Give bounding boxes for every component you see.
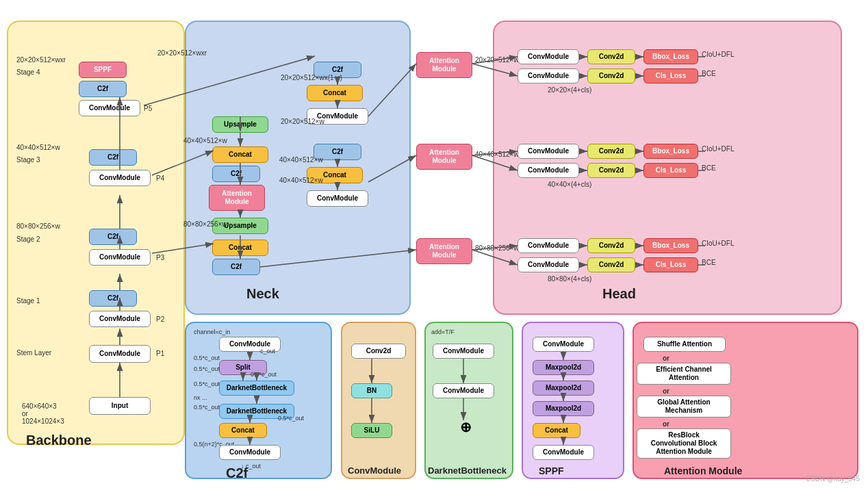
- node-convmodule-head-m1: ConvModule: [518, 144, 579, 159]
- label-20x20-4cls: 20×20×(4+cls): [548, 86, 591, 94]
- node-convmodule-neck-r2: ConvModule: [307, 190, 368, 207]
- node-am-detail-resblock: ResBlockConvolutional BlockAttention Mod…: [637, 428, 731, 459]
- node-am-detail-eca: Efficient ChannelAttention: [637, 363, 731, 385]
- label-80x80: 80×80×256×w: [16, 222, 60, 230]
- node-c2f-detail-concat: Concat: [219, 423, 267, 438]
- node-c2f-stage1: C2f: [89, 290, 137, 307]
- node-attention-neck1: AttentionModule: [209, 185, 265, 211]
- node-darknet-detail-convmodule2: ConvModule: [433, 383, 494, 398]
- node-attention-head2: AttentionModule: [416, 144, 472, 170]
- node-c2f-neck2: C2f: [212, 259, 260, 275]
- label-40x40: 40×40×512×w: [16, 144, 60, 151]
- label-ciou-m: CIoU+DFL: [702, 145, 735, 153]
- label-20x20-512: 20×20×512×wxr: [16, 56, 66, 64]
- diagram-container: Backbone Neck Head C2f ConvModule Darkne…: [0, 0, 868, 488]
- label-neck-80x80: 80×80×256×w: [183, 220, 227, 228]
- darknet-add-symbol: ⊕: [460, 419, 472, 435]
- node-sppf-detail-maxpool3: Maxpool2d: [533, 401, 594, 416]
- node-bbox-loss-t: Bbox_Loss: [643, 49, 698, 64]
- node-darknet-detail-convmodule1: ConvModule: [433, 344, 494, 359]
- node-input: Input: [89, 397, 151, 415]
- label-80x80-4cls: 80×80×(4+cls): [548, 275, 591, 283]
- label-input-size: 640×640×3or1024×1024×3: [22, 402, 64, 425]
- sppf-title: SPPF: [539, 465, 564, 476]
- node-convmodule-p5: ConvModule: [79, 100, 140, 116]
- label-c2f-05cout1: 0.5*c_out: [194, 355, 220, 361]
- label-p1: P1: [156, 350, 164, 357]
- node-conv2d-head-m1: Conv2d: [587, 144, 635, 159]
- label-stage2: Stage 2: [16, 235, 40, 243]
- label-ciou-b: CIoU+DFL: [702, 240, 735, 247]
- label-stage1: Stage 1: [16, 297, 40, 305]
- node-concat-neck-r1: Concat: [307, 85, 363, 101]
- label-c2f-05cout2: 0.5*c_out: [194, 365, 220, 372]
- label-head-mid: 40×40×512×w: [475, 151, 519, 158]
- label-c2f-05cout3: 0.5*c_out: [251, 371, 277, 378]
- node-concat1: Concat: [212, 146, 268, 163]
- watermark: CSDN @kay_545: [806, 475, 860, 483]
- node-am-detail-shuffle: Shuffle Attention: [643, 337, 726, 352]
- node-sppf-detail-convmodule1: ConvModule: [533, 337, 594, 352]
- node-cls-loss-m: Cls_Loss: [643, 163, 698, 178]
- node-sppf-detail-maxpool2: Maxpool2d: [533, 381, 594, 396]
- node-c2f-detail-convmodule2: ConvModule: [219, 445, 281, 460]
- node-upsample1: Upsample: [212, 116, 268, 133]
- label-40x40-4cls: 40×40×(4+cls): [548, 181, 591, 188]
- node-c2f-detail-darknet1: DarknetBottleneck: [219, 381, 294, 396]
- label-neck-r1-top: 20×20×512×wx(1+r): [281, 74, 342, 81]
- node-conv2d-head-b1: Conv2d: [587, 238, 635, 253]
- label-p5: P5: [144, 105, 152, 112]
- head-title: Head: [602, 286, 636, 302]
- label-am-or2: or: [663, 387, 669, 395]
- node-convmodule-head-t2: ConvModule: [518, 68, 579, 84]
- node-bbox-loss-b: Bbox_Loss: [643, 238, 698, 253]
- node-convmodule-p4: ConvModule: [89, 170, 151, 186]
- node-cm-detail-conv2d: Conv2d: [351, 344, 406, 359]
- backbone-title: Backbone: [26, 433, 92, 448]
- label-bce-b: BCE: [702, 259, 716, 266]
- node-sppf-detail-maxpool1: Maxpool2d: [533, 360, 594, 375]
- label-stem-layer: Stem Layer: [16, 349, 51, 357]
- darknet-title: DarknetBottleneck: [428, 465, 507, 476]
- label-c2f-cout1: c_out: [260, 348, 275, 355]
- node-sppf-detail-concat: Concat: [533, 423, 580, 438]
- label-neck-r2-top: 40×40×512×w: [279, 156, 323, 164]
- label-head-bot: 80×80×256×w: [475, 244, 519, 252]
- node-sppf: SPPF: [79, 62, 127, 78]
- node-convmodule-p1: ConvModule: [89, 345, 151, 363]
- attention-title: Attention Module: [664, 465, 742, 476]
- label-neck-40x40: 40×40×512×w: [183, 137, 227, 144]
- node-c2f-neck1: C2f: [212, 166, 260, 182]
- node-cls-loss-t: Cls_Loss: [643, 68, 698, 84]
- label-neck-top: 20×20×512×wxr: [157, 49, 207, 57]
- node-am-detail-gam: Global AttentionMechanism: [637, 396, 731, 418]
- label-stage3: Stage 3: [16, 156, 40, 164]
- convmodule-title: ConvModule: [348, 465, 401, 476]
- node-attention-head1: AttentionModule: [416, 52, 472, 78]
- label-neck-r2-mid: 40×40×512×w: [279, 177, 323, 184]
- label-c2f-cout2: ↓ c_out: [241, 463, 261, 470]
- label-am-or1: or: [663, 355, 669, 362]
- label-ciou-t: CIoU+DFL: [702, 51, 735, 58]
- node-c2f-stage3: C2f: [89, 149, 137, 166]
- node-sppf-detail-convmodule2: ConvModule: [533, 445, 594, 460]
- label-c2f-nx: nx ...: [194, 394, 207, 401]
- node-convmodule-head-m2: ConvModule: [518, 163, 579, 178]
- node-convmodule-p3: ConvModule: [89, 249, 151, 266]
- node-conv2d-head-t2: Conv2d: [587, 68, 635, 84]
- node-c2f-stage4: C2f: [79, 81, 127, 97]
- node-cls-loss-b: Cls_Loss: [643, 257, 698, 272]
- node-conv2d-head-m2: Conv2d: [587, 163, 635, 178]
- node-convmodule-p2: ConvModule: [89, 311, 151, 327]
- label-c2f-channel-in: channel=c_in: [194, 329, 230, 335]
- label-neck-r1-mid: 20×20×512×w: [281, 118, 324, 125]
- node-conv2d-head-b2: Conv2d: [587, 257, 635, 272]
- node-convmodule-head-b2: ConvModule: [518, 257, 579, 272]
- label-p2: P2: [156, 316, 164, 323]
- label-bce-t: BCE: [702, 70, 716, 77]
- label-darknet-add: add=T/F: [431, 329, 455, 335]
- label-c2f-05cout5: 0.5*c_out: [194, 404, 220, 411]
- node-cm-detail-silu: SiLU: [351, 423, 392, 438]
- label-c2f-05cout6: 0.5*c_out: [278, 415, 304, 422]
- label-am-or3: or: [663, 420, 669, 428]
